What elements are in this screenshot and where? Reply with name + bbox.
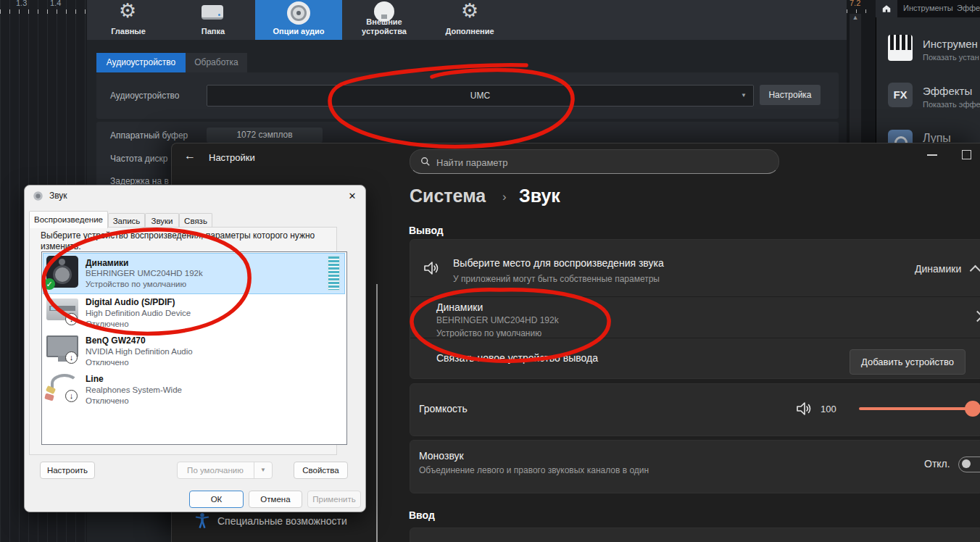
properties-button[interactable]: Свойства	[294, 462, 348, 479]
device-status: Устройство по умолчанию	[86, 280, 186, 288]
device-name[interactable]: Digital Audio (S/PDIF)	[86, 297, 175, 307]
disabled-icon: ↓	[65, 313, 78, 325]
device-desc: BEHRINGER UMC204HD 192k	[86, 269, 203, 278]
device-name[interactable]: Line	[86, 374, 104, 384]
cancel-button[interactable]: Отмена	[249, 491, 302, 508]
apply-button[interactable]: Применить	[307, 491, 361, 508]
dialog-title: Звук	[49, 191, 67, 201]
device-desc: Realphones System-Wide	[86, 385, 182, 394]
device-name[interactable]: Динамики	[86, 258, 128, 268]
tab-communication[interactable]: Связь	[179, 213, 212, 228]
set-default-button[interactable]: По умолчанию	[178, 462, 253, 478]
playback-instruction: Выберите устройство воспроизведения, пар…	[41, 230, 336, 252]
set-default-split-button[interactable]: По умолчанию ▼	[177, 462, 273, 479]
speaker-icon	[33, 191, 43, 201]
configure-button[interactable]: Настроить	[40, 462, 95, 479]
tab-playback[interactable]: Воспроизведение	[29, 211, 108, 228]
tab-sounds[interactable]: Звуки	[145, 213, 179, 228]
device-status: Отключено	[86, 358, 129, 367]
level-meter	[328, 256, 340, 291]
screen: 1.3 1.4 ⚙ Главные Папка Опции аудио Внеш…	[0, 0, 980, 542]
ok-button[interactable]: ОК	[189, 491, 244, 508]
default-check-icon: ✓	[43, 278, 55, 290]
chevron-down-icon[interactable]: ▼	[254, 462, 272, 478]
tab-recording[interactable]: Запись	[108, 213, 145, 228]
device-status: Отключено	[86, 320, 129, 328]
device-name[interactable]: BenQ GW2470	[86, 335, 146, 346]
device-status: Отключено	[86, 396, 129, 405]
sound-dialog: Звук ✕ Воспроизведение Запись Звуки Связ…	[0, 0, 980, 542]
close-icon[interactable]: ✕	[345, 189, 360, 204]
device-desc: NVIDIA High Definition Audio	[86, 347, 193, 356]
device-desc: High Definition Audio Device	[86, 309, 191, 317]
disabled-icon: ↓	[65, 351, 78, 364]
disabled-icon: ↓	[65, 390, 78, 402]
